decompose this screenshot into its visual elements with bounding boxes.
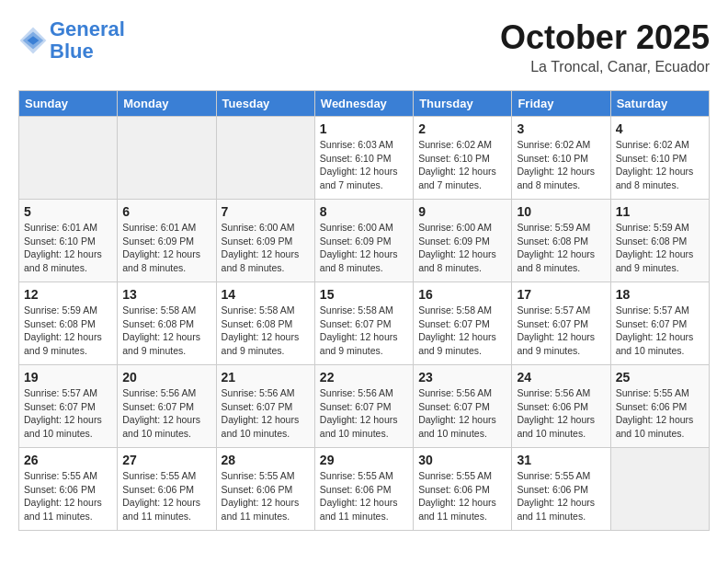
day-info: Sunrise: 5:55 AMSunset: 6:06 PMDaylight:…	[24, 469, 112, 523]
day-info: Sunrise: 5:58 AMSunset: 6:08 PMDaylight:…	[222, 304, 310, 358]
day-cell: 1Sunrise: 6:03 AMSunset: 6:10 PMDaylight…	[314, 117, 413, 200]
day-info: Sunrise: 5:58 AMSunset: 6:08 PMDaylight:…	[122, 304, 210, 358]
day-info: Sunrise: 5:55 AMSunset: 6:06 PMDaylight:…	[122, 469, 210, 523]
day-cell: 17Sunrise: 5:57 AMSunset: 6:07 PMDayligh…	[512, 282, 610, 365]
day-info: Sunrise: 5:57 AMSunset: 6:07 PMDaylight:…	[517, 304, 605, 358]
weekday-header-tuesday: Tuesday	[216, 91, 314, 117]
day-number: 22	[320, 370, 408, 385]
day-number: 6	[122, 204, 210, 219]
day-cell: 5Sunrise: 6:01 AMSunset: 6:10 PMDaylight…	[19, 200, 118, 282]
day-number: 4	[616, 121, 704, 136]
day-cell: 11Sunrise: 5:59 AMSunset: 6:08 PMDayligh…	[610, 200, 709, 282]
day-number: 24	[517, 370, 605, 385]
day-cell: 28Sunrise: 5:55 AMSunset: 6:06 PMDayligh…	[216, 448, 314, 531]
logo-text: General Blue	[50, 18, 125, 63]
day-cell: 10Sunrise: 5:59 AMSunset: 6:08 PMDayligh…	[512, 200, 610, 282]
day-info: Sunrise: 6:00 AMSunset: 6:09 PMDaylight:…	[222, 221, 310, 275]
day-cell: 25Sunrise: 5:55 AMSunset: 6:06 PMDayligh…	[610, 365, 709, 448]
day-cell: 23Sunrise: 5:56 AMSunset: 6:07 PMDayligh…	[414, 365, 512, 448]
week-row-4: 26Sunrise: 5:55 AMSunset: 6:06 PMDayligh…	[19, 448, 710, 531]
day-number: 5	[24, 204, 112, 219]
day-info: Sunrise: 5:59 AMSunset: 6:08 PMDaylight:…	[616, 221, 704, 275]
day-info: Sunrise: 5:56 AMSunset: 6:07 PMDaylight:…	[122, 386, 210, 441]
day-number: 26	[24, 453, 112, 467]
day-number: 7	[222, 204, 310, 219]
weekday-header-thursday: Thursday	[414, 91, 512, 117]
day-info: Sunrise: 5:57 AMSunset: 6:07 PMDaylight:…	[616, 304, 704, 358]
day-info: Sunrise: 5:56 AMSunset: 6:07 PMDaylight:…	[320, 386, 408, 441]
day-info: Sunrise: 5:55 AMSunset: 6:06 PMDaylight:…	[616, 386, 704, 441]
month-title: October 2025	[500, 18, 710, 57]
day-info: Sunrise: 5:57 AMSunset: 6:07 PMDaylight:…	[24, 386, 112, 441]
weekday-header-friday: Friday	[512, 91, 610, 117]
page: General Blue October 2025 La Troncal, Ca…	[0, 0, 728, 549]
location: La Troncal, Canar, Ecuador	[500, 59, 710, 75]
day-info: Sunrise: 5:58 AMSunset: 6:07 PMDaylight:…	[418, 304, 506, 358]
day-cell: 4Sunrise: 6:02 AMSunset: 6:10 PMDaylight…	[610, 117, 709, 200]
day-number: 3	[517, 121, 605, 136]
day-cell: 15Sunrise: 5:58 AMSunset: 6:07 PMDayligh…	[314, 282, 413, 365]
day-cell: 27Sunrise: 5:55 AMSunset: 6:06 PMDayligh…	[118, 448, 216, 531]
day-cell	[118, 117, 216, 200]
day-cell: 24Sunrise: 5:56 AMSunset: 6:06 PMDayligh…	[512, 365, 610, 448]
day-number: 12	[24, 287, 112, 302]
day-cell	[610, 448, 709, 531]
weekday-header-wednesday: Wednesday	[314, 91, 413, 117]
day-info: Sunrise: 5:56 AMSunset: 6:07 PMDaylight:…	[222, 386, 310, 441]
day-cell: 14Sunrise: 5:58 AMSunset: 6:08 PMDayligh…	[216, 282, 314, 365]
day-number: 28	[222, 453, 310, 467]
day-info: Sunrise: 6:02 AMSunset: 6:10 PMDaylight:…	[418, 138, 506, 192]
day-number: 29	[320, 453, 408, 467]
weekday-header-monday: Monday	[118, 91, 216, 117]
day-number: 25	[616, 370, 704, 385]
day-number: 11	[616, 204, 704, 219]
day-cell: 21Sunrise: 5:56 AMSunset: 6:07 PMDayligh…	[216, 365, 314, 448]
day-cell: 2Sunrise: 6:02 AMSunset: 6:10 PMDaylight…	[414, 117, 512, 200]
day-info: Sunrise: 5:59 AMSunset: 6:08 PMDaylight:…	[517, 221, 605, 275]
day-cell: 12Sunrise: 5:59 AMSunset: 6:08 PMDayligh…	[19, 282, 118, 365]
week-row-0: 1Sunrise: 6:03 AMSunset: 6:10 PMDaylight…	[19, 117, 710, 200]
weekday-header-row: SundayMondayTuesdayWednesdayThursdayFrid…	[19, 91, 710, 117]
day-number: 27	[122, 453, 210, 467]
day-number: 2	[418, 121, 506, 136]
day-cell: 22Sunrise: 5:56 AMSunset: 6:07 PMDayligh…	[314, 365, 413, 448]
day-number: 1	[320, 121, 408, 136]
day-info: Sunrise: 5:56 AMSunset: 6:07 PMDaylight:…	[418, 386, 506, 441]
day-info: Sunrise: 6:00 AMSunset: 6:09 PMDaylight:…	[418, 221, 506, 275]
week-row-3: 19Sunrise: 5:57 AMSunset: 6:07 PMDayligh…	[19, 365, 710, 448]
day-number: 8	[320, 204, 408, 219]
weekday-header-saturday: Saturday	[610, 91, 709, 117]
day-info: Sunrise: 5:55 AMSunset: 6:06 PMDaylight:…	[517, 469, 605, 523]
day-number: 15	[320, 287, 408, 302]
week-row-1: 5Sunrise: 6:01 AMSunset: 6:10 PMDaylight…	[19, 200, 710, 282]
weekday-header-sunday: Sunday	[19, 91, 118, 117]
calendar-table: SundayMondayTuesdayWednesdayThursdayFrid…	[18, 90, 710, 531]
day-cell: 3Sunrise: 6:02 AMSunset: 6:10 PMDaylight…	[512, 117, 610, 200]
day-info: Sunrise: 6:03 AMSunset: 6:10 PMDaylight:…	[320, 138, 408, 192]
day-number: 31	[517, 453, 605, 467]
day-info: Sunrise: 5:59 AMSunset: 6:08 PMDaylight:…	[24, 304, 112, 358]
logo-icon	[18, 26, 48, 55]
day-number: 21	[222, 370, 310, 385]
header: General Blue October 2025 La Troncal, Ca…	[18, 18, 710, 75]
day-info: Sunrise: 5:55 AMSunset: 6:06 PMDaylight:…	[418, 469, 506, 523]
week-row-2: 12Sunrise: 5:59 AMSunset: 6:08 PMDayligh…	[19, 282, 710, 365]
day-info: Sunrise: 6:00 AMSunset: 6:09 PMDaylight:…	[320, 221, 408, 275]
day-number: 23	[418, 370, 506, 385]
day-cell: 6Sunrise: 6:01 AMSunset: 6:09 PMDaylight…	[118, 200, 216, 282]
day-info: Sunrise: 6:02 AMSunset: 6:10 PMDaylight:…	[517, 138, 605, 192]
day-cell: 9Sunrise: 6:00 AMSunset: 6:09 PMDaylight…	[414, 200, 512, 282]
day-number: 19	[24, 370, 112, 385]
day-cell: 7Sunrise: 6:00 AMSunset: 6:09 PMDaylight…	[216, 200, 314, 282]
day-cell: 26Sunrise: 5:55 AMSunset: 6:06 PMDayligh…	[19, 448, 118, 531]
day-info: Sunrise: 5:58 AMSunset: 6:07 PMDaylight:…	[320, 304, 408, 358]
day-info: Sunrise: 6:02 AMSunset: 6:10 PMDaylight:…	[616, 138, 704, 192]
title-block: October 2025 La Troncal, Canar, Ecuador	[500, 18, 710, 75]
day-info: Sunrise: 5:56 AMSunset: 6:06 PMDaylight:…	[517, 386, 605, 441]
day-number: 13	[122, 287, 210, 302]
day-cell: 18Sunrise: 5:57 AMSunset: 6:07 PMDayligh…	[610, 282, 709, 365]
day-cell: 8Sunrise: 6:00 AMSunset: 6:09 PMDaylight…	[314, 200, 413, 282]
day-cell	[19, 117, 118, 200]
day-info: Sunrise: 5:55 AMSunset: 6:06 PMDaylight:…	[222, 469, 310, 523]
day-number: 14	[222, 287, 310, 302]
